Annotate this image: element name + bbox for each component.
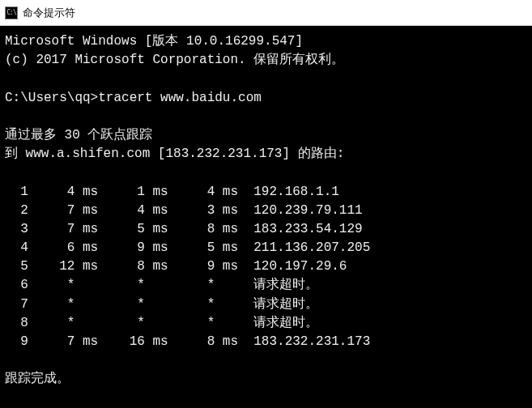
banner-line-1: Microsoft Windows [版本 10.0.16299.547] bbox=[5, 34, 303, 49]
window-title: 命令提示符 bbox=[23, 6, 75, 20]
cmd-icon: C:\ bbox=[5, 6, 18, 19]
window-titlebar[interactable]: C:\ 命令提示符 bbox=[0, 0, 532, 26]
prompt: C:\Users\qq> bbox=[5, 91, 98, 105]
command: tracert www.baidu.com bbox=[98, 91, 262, 105]
trace-hops: 1 4 ms 1 ms 4 ms 192.168.1.1 2 7 ms 4 ms… bbox=[5, 185, 370, 350]
trace-footer: 跟踪完成。 bbox=[5, 372, 70, 386]
terminal-output: Microsoft Windows [版本 10.0.16299.547] (c… bbox=[0, 26, 532, 408]
trace-header-2: 到 www.a.shifen.com [183.232.231.173] 的路由… bbox=[5, 147, 344, 161]
banner-line-2: (c) 2017 Microsoft Corporation. 保留所有权利。 bbox=[5, 53, 344, 67]
trace-header-1: 通过最多 30 个跃点跟踪 bbox=[5, 128, 152, 142]
